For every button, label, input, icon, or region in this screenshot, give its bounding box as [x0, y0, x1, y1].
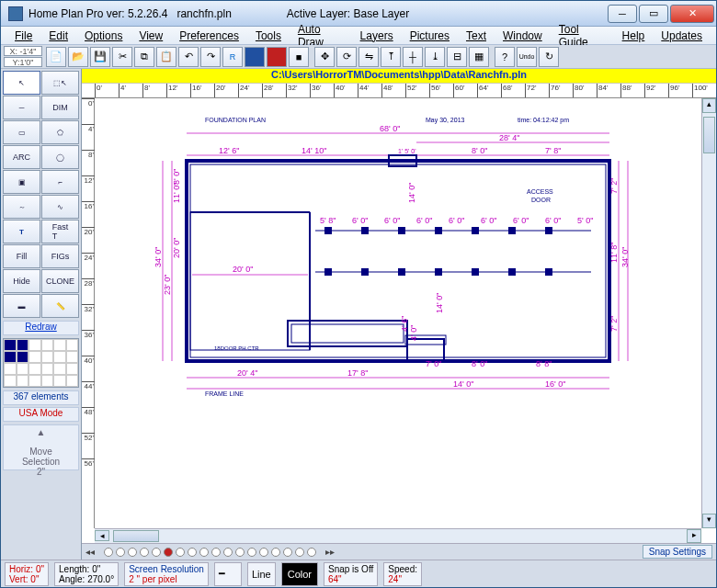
rotate-icon[interactable]: ⟳ [336, 47, 357, 67]
save-icon[interactable]: 💾 [90, 47, 110, 67]
menu-options[interactable]: Options [85, 29, 122, 42]
dim-tool-icon[interactable]: DIM [41, 96, 79, 119]
menu-updates[interactable]: Updates [661, 29, 702, 42]
svg-text:14' 0": 14' 0" [435, 293, 444, 313]
text-tool-icon[interactable]: T [3, 220, 40, 243]
svg-text:68' 0": 68' 0" [380, 124, 400, 133]
line-tool-icon[interactable]: ─ [3, 96, 40, 119]
snap-dots[interactable] [104, 548, 316, 557]
svg-rect-25 [472, 227, 479, 234]
curve-tool-icon[interactable]: ～ [3, 195, 40, 219]
fill-tool-icon[interactable]: Fill [3, 244, 40, 268]
svg-text:6' 0": 6' 0" [384, 216, 400, 225]
menu-edit[interactable]: Edit [49, 29, 68, 42]
fast-text-tool-icon[interactable]: FastT [41, 220, 79, 243]
status-snap[interactable]: Snap is Off 64" [324, 562, 378, 586]
menu-help[interactable]: Help [622, 29, 645, 42]
redo-icon[interactable]: ↷ [200, 47, 221, 67]
menu-preferences[interactable]: Preferences [179, 29, 239, 42]
scroll-down-icon: ▾ [702, 514, 716, 528]
vertical-scrollbar[interactable]: ▴ ▾ [701, 98, 716, 528]
svg-text:7' 2": 7' 2" [609, 316, 619, 332]
arc-tool-icon[interactable]: ARC [3, 145, 40, 169]
mirror-icon[interactable]: ⇋ [358, 47, 379, 67]
svg-text:18DOOR.PH.CTR: 18DOOR.PH.CTR [214, 345, 259, 351]
svg-rect-33 [508, 268, 516, 276]
menu-view[interactable]: View [139, 29, 163, 42]
door-tool-icon[interactable]: ⌐ [41, 170, 79, 194]
close-button[interactable]: ✕ [670, 5, 714, 23]
marquee-tool-icon[interactable]: ⬚↖ [41, 71, 79, 95]
svg-text:6' 0": 6' 0" [449, 216, 464, 225]
open-file-icon[interactable]: 📂 [68, 47, 88, 67]
grid-icon[interactable]: ▦ [469, 47, 489, 67]
main-toolbar: X: -1'4" Y:1'0" 📄 📂 💾 ✂ ⧉ 📋 ↶ ↷ R ■ ✥ ⟳ … [1, 45, 716, 69]
status-speed: Speed: 24" [383, 562, 422, 586]
paint-tool-icon[interactable]: ▬ [3, 294, 40, 318]
select-tool-icon[interactable]: ↖ [3, 71, 40, 95]
repeat-icon[interactable]: R [222, 47, 243, 67]
stop-icon[interactable]: ■ [289, 47, 309, 67]
menu-tools[interactable]: Tools [256, 29, 281, 42]
refresh-icon[interactable]: ↻ [539, 47, 559, 67]
undo-stack-icon[interactable]: Undo [517, 47, 537, 67]
spline-tool-icon[interactable]: ∿ [41, 195, 79, 219]
undo-icon[interactable]: ↶ [178, 47, 199, 67]
usa-mode-label: USA Mode [3, 407, 79, 422]
svg-text:6' 0": 6' 0" [352, 216, 368, 225]
svg-text:28' 4": 28' 4" [499, 133, 519, 142]
svg-text:14' 10": 14' 10" [302, 146, 326, 155]
circle-tool-icon[interactable]: ◯ [41, 145, 79, 169]
menubar: File Edit Options View Preferences Tools… [1, 27, 716, 45]
cut-icon[interactable]: ✂ [112, 47, 132, 67]
left-toolbox: ↖ ⬚↖ ─ DIM ▭ ⬠ ARC ◯ ▣ ⌐ ～ ∿ T FastT Fil… [1, 69, 82, 560]
svg-text:11' 8": 11' 8" [609, 243, 619, 263]
snap-prev-icon[interactable]: ◂◂ [85, 547, 95, 557]
redraw-button[interactable]: Redraw [3, 321, 79, 335]
title-layer: Active Layer: Base Layer [287, 7, 606, 20]
svg-text:14' 0": 14' 0" [407, 183, 416, 203]
svg-text:5' 0": 5' 0" [577, 216, 593, 225]
minimize-button[interactable]: ─ [608, 5, 637, 23]
new-file-icon[interactable]: 📄 [46, 47, 66, 67]
svg-text:14' 0": 14' 0" [453, 379, 473, 389]
menu-pictures[interactable]: Pictures [410, 29, 450, 42]
wall-tool-icon[interactable]: ▣ [3, 170, 40, 194]
rect-tool-icon[interactable]: ▭ [3, 120, 40, 144]
align-left-icon[interactable]: ⤒ [381, 47, 401, 67]
snap-settings-button[interactable]: Snap Settings [643, 545, 712, 559]
color-palette[interactable] [3, 338, 79, 388]
move-selection-panel[interactable]: ▲ Move Selection 2" [3, 424, 79, 470]
poly-tool-icon[interactable]: ⬠ [41, 120, 79, 144]
color-button[interactable]: Color [281, 562, 318, 586]
hide-tool-icon[interactable]: Hide [3, 269, 40, 293]
figs-tool-icon[interactable]: FIGs [41, 244, 79, 268]
maximize-button[interactable]: ▭ [639, 5, 668, 23]
status-linestyle-icon[interactable]: ━ [214, 562, 242, 586]
status-horiz-vert: Horiz: 0" Vert: 0" [5, 562, 49, 586]
align-center-icon[interactable]: ┼ [403, 47, 423, 67]
svg-text:4' 6": 4' 6" [400, 316, 409, 332]
move-icon[interactable]: ✥ [314, 47, 335, 67]
menu-text[interactable]: Text [466, 29, 486, 42]
measure-tool-icon[interactable]: 📏 [41, 294, 79, 318]
svg-text:6' 0": 6' 0" [481, 216, 496, 225]
paste-icon[interactable]: 📋 [156, 47, 176, 67]
svg-text:11' 0": 11' 0" [172, 183, 181, 203]
snap-next-icon[interactable]: ▸▸ [325, 547, 335, 557]
distribute-icon[interactable]: ⊟ [447, 47, 467, 67]
svg-rect-23 [398, 227, 405, 234]
help-icon[interactable]: ? [495, 47, 515, 67]
menu-layers[interactable]: Layers [360, 29, 393, 42]
menu-file[interactable]: File [15, 29, 32, 42]
align-right-icon[interactable]: ⤓ [425, 47, 445, 67]
svg-rect-27 [545, 227, 552, 234]
record-icon[interactable] [267, 47, 287, 67]
drawing-canvas[interactable]: FOUNDATION PLAN May 30, 2013 time: 04:12… [95, 98, 701, 528]
menu-window[interactable]: Window [503, 29, 542, 42]
coord-x: X: -1'4" [4, 46, 42, 56]
clone-tool-icon[interactable]: CLONE [41, 269, 79, 293]
layer-toggle-icon[interactable] [245, 47, 265, 67]
copy-icon[interactable]: ⧉ [134, 47, 154, 67]
horizontal-scrollbar[interactable]: ◂ ▸ [95, 528, 701, 543]
